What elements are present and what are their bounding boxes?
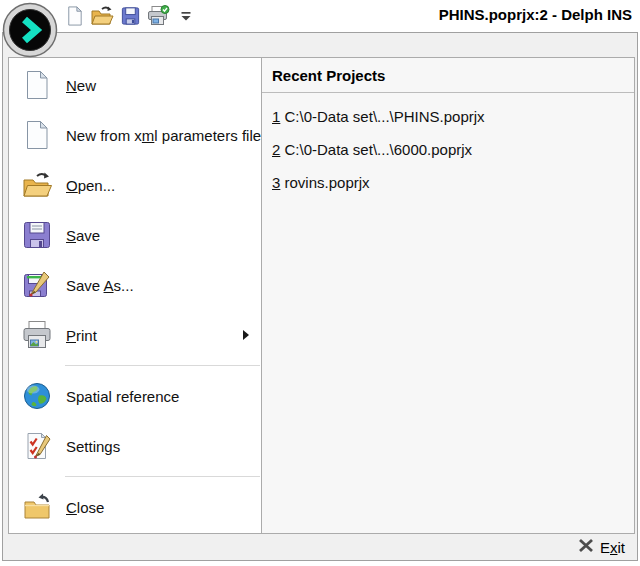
new-document-icon [20,68,54,102]
menu-item-label: Print [66,327,97,344]
menu-item-label: Settings [66,438,120,455]
menu-item-label: Save [66,227,100,244]
menu-item-label: Close [66,499,104,516]
exit-label: Exit [600,539,625,556]
menu-item-label: Save As... [66,277,134,294]
settings-page-icon [20,429,54,463]
menu-item-new[interactable]: New [9,60,261,110]
new-document-icon [20,118,54,152]
menu-item-settings[interactable]: Settings [9,421,261,471]
recent-projects-header: Recent Projects [262,58,634,93]
save-icon[interactable] [118,3,142,29]
exit-button[interactable]: Exit [574,536,629,558]
menu-item-label: New [66,77,96,94]
quick-access-toolbar [62,3,198,29]
recent-projects-panel: Recent Projects 1 C:\0-Data set\...\PHIN… [261,57,635,534]
menu-item-save[interactable]: Save [9,210,261,260]
menu-item-open[interactable]: Open... [9,160,261,210]
open-folder-icon[interactable] [90,3,114,29]
globe-icon [20,379,54,413]
application-menu-popup: New New from xml parameters file Ope [2,32,638,561]
menu-separator [65,476,260,477]
printer-icon [20,318,54,352]
window-title: PHINS.poprjx:2 - Delph INS [439,6,632,23]
print-icon[interactable] [146,3,170,29]
submenu-arrow-icon [243,330,249,340]
menu-item-print[interactable]: Print [9,310,261,360]
application-menu-button[interactable] [2,2,58,58]
menu-item-new-from-xml[interactable]: New from xml parameters file [9,110,261,160]
recent-project-3[interactable]: 3 rovins.poprjx [262,166,634,199]
open-folder-icon [20,168,54,202]
save-as-icon [20,268,54,302]
title-bar: PHINS.poprjx:2 - Delph INS [0,0,640,32]
menu-item-save-as[interactable]: Save As... [9,260,261,310]
menu-separator [65,365,260,366]
menu-panel: New New from xml parameters file Ope [8,57,262,534]
recent-project-1[interactable]: 1 C:\0-Data set\...\PHINS.poprjx [262,100,634,133]
save-floppy-icon [20,218,54,252]
close-x-icon [578,538,594,556]
menu-item-spatial-reference[interactable]: Spatial reference [9,371,261,421]
menu-item-label: Spatial reference [66,388,179,405]
menu-item-label: New from xml parameters file [66,127,261,144]
recent-project-2[interactable]: 2 C:\0-Data set\...\6000.poprjx [262,133,634,166]
recent-projects-list: 1 C:\0-Data set\...\PHINS.poprjx 2 C:\0-… [262,93,634,199]
new-document-icon[interactable] [62,3,86,29]
toolbar-dropdown-icon[interactable] [174,3,198,29]
close-folder-icon [20,490,54,524]
menu-item-label: Open... [66,177,115,194]
menu-footer-bar: Exit [3,533,637,560]
menu-item-close[interactable]: Close [9,482,261,532]
